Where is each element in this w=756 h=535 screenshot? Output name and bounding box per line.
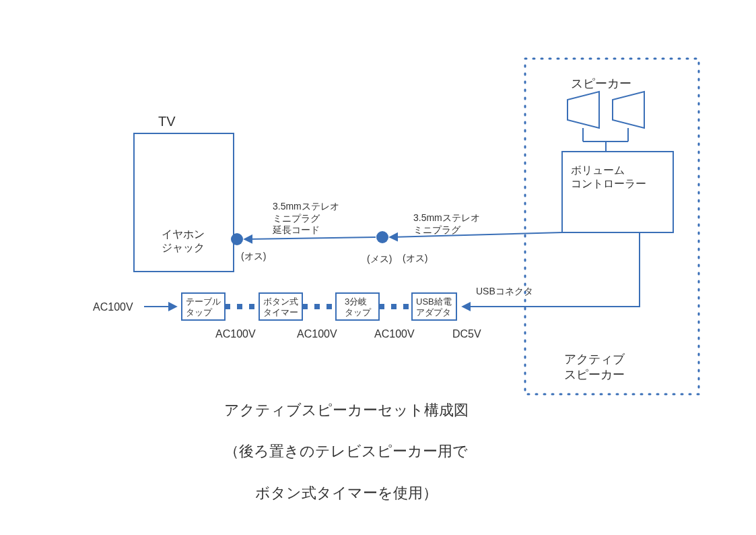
earphone-jack-label: イヤホン ジャック — [162, 228, 205, 255]
tv-label: TV — [158, 113, 176, 130]
v2-label: AC100V — [297, 327, 337, 341]
speaker-right-icon — [613, 92, 644, 141]
plug-male-dot — [231, 233, 243, 245]
title-line-3: ボタン式タイマーを使用） — [255, 484, 438, 501]
speakers-label: スピーカー — [571, 76, 631, 92]
male-right-label: (オス) — [403, 253, 427, 265]
mini-plug-label: 3.5mmステレオ ミニプラグ — [413, 212, 480, 236]
title-line-1: アクティブスピーカーセット構成図 — [224, 402, 469, 418]
active-speaker-label: アクティブ スピーカー — [564, 352, 625, 382]
v4-label: DC5V — [452, 327, 481, 341]
volume-controller-label: ボリューム コントローラー — [571, 164, 646, 191]
v3-label: AC100V — [374, 327, 415, 341]
audio-line-left — [245, 237, 376, 239]
table-tap-label: テーブル タップ — [186, 296, 221, 317]
plug-female-dot — [376, 231, 388, 243]
v1-label: AC100V — [215, 327, 256, 341]
ext-cord-label: 3.5mmステレオ ミニプラグ 延長コード — [273, 201, 339, 237]
button-timer-label: ボタン式 タイマー — [263, 296, 298, 317]
usb-adapter-label: USB給電 アダプタ — [416, 296, 452, 317]
title-line-2: （後ろ置きのテレビスピーカー用で — [224, 443, 468, 460]
female-label: (メス) — [367, 253, 392, 265]
diagram-title: アクティブスピーカーセット構成図 （後ろ置きのテレビスピーカー用で ボタン式タイ… — [194, 379, 490, 504]
speaker-left-icon — [568, 92, 599, 141]
splitter-label: 3分岐 タップ — [345, 296, 371, 317]
usb-connector-label: USBコネクタ — [476, 286, 533, 298]
male-left-label: (オス) — [241, 251, 266, 263]
ac-source-label: AC100V — [93, 301, 133, 314]
